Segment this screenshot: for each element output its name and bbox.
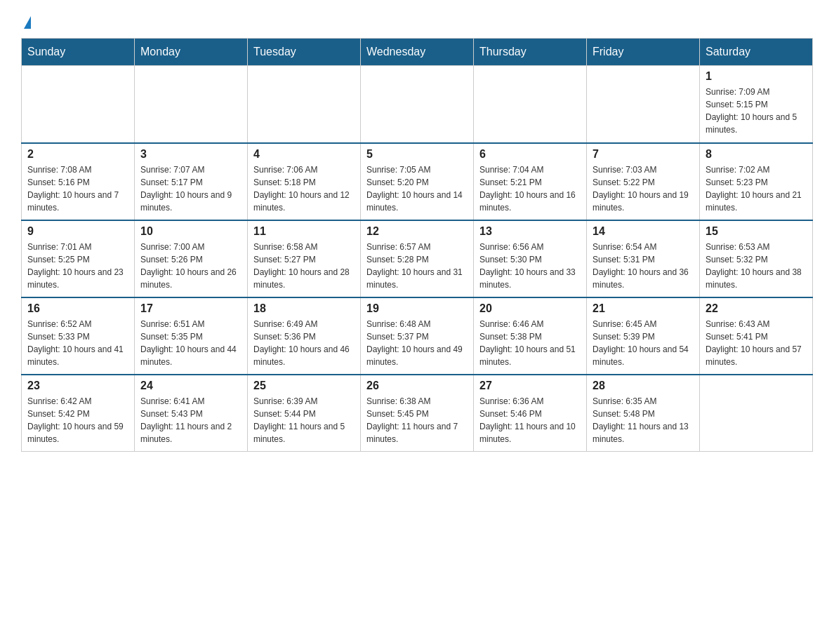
day-info: Sunrise: 6:49 AMSunset: 5:36 PMDaylight:… — [253, 318, 355, 368]
calendar-week-row: 2Sunrise: 7:08 AMSunset: 5:16 PMDaylight… — [22, 143, 813, 220]
day-of-week-header: Sunday — [22, 39, 135, 66]
day-number: 21 — [593, 302, 694, 315]
calendar-week-row: 23Sunrise: 6:42 AMSunset: 5:42 PMDayligh… — [22, 375, 813, 452]
day-info: Sunrise: 7:03 AMSunset: 5:22 PMDaylight:… — [593, 163, 694, 214]
day-number: 25 — [253, 380, 355, 392]
day-info: Sunrise: 6:39 AMSunset: 5:44 PMDaylight:… — [253, 395, 355, 445]
day-number: 12 — [366, 225, 468, 238]
calendar-cell: 23Sunrise: 6:42 AMSunset: 5:42 PMDayligh… — [22, 375, 135, 452]
day-number: 7 — [593, 148, 694, 161]
day-number: 24 — [140, 380, 241, 392]
day-info: Sunrise: 7:04 AMSunset: 5:21 PMDaylight:… — [479, 163, 581, 214]
calendar-cell: 3Sunrise: 7:07 AMSunset: 5:17 PMDaylight… — [135, 143, 248, 220]
calendar-cell: 19Sunrise: 6:48 AMSunset: 5:37 PMDayligh… — [361, 297, 474, 375]
calendar-cell: 15Sunrise: 6:53 AMSunset: 5:32 PMDayligh… — [700, 220, 813, 297]
calendar-cell: 22Sunrise: 6:43 AMSunset: 5:41 PMDayligh… — [700, 297, 813, 375]
day-info: Sunrise: 7:06 AMSunset: 5:18 PMDaylight:… — [253, 163, 355, 214]
day-number: 16 — [27, 302, 128, 315]
day-info: Sunrise: 7:02 AMSunset: 5:23 PMDaylight:… — [706, 163, 807, 214]
calendar-week-row: 1Sunrise: 7:09 AMSunset: 5:15 PMDaylight… — [22, 66, 813, 143]
day-number: 4 — [253, 148, 355, 161]
calendar-cell — [700, 375, 813, 452]
day-info: Sunrise: 6:43 AMSunset: 5:41 PMDaylight:… — [706, 318, 807, 368]
calendar-cell: 20Sunrise: 6:46 AMSunset: 5:38 PMDayligh… — [474, 297, 587, 375]
day-info: Sunrise: 6:45 AMSunset: 5:39 PMDaylight:… — [593, 318, 694, 368]
day-info: Sunrise: 6:51 AMSunset: 5:35 PMDaylight:… — [140, 318, 241, 368]
day-info: Sunrise: 7:05 AMSunset: 5:20 PMDaylight:… — [366, 163, 468, 214]
calendar-cell: 28Sunrise: 6:35 AMSunset: 5:48 PMDayligh… — [587, 375, 700, 452]
calendar-cell: 2Sunrise: 7:08 AMSunset: 5:16 PMDaylight… — [22, 143, 135, 220]
calendar-cell: 17Sunrise: 6:51 AMSunset: 5:35 PMDayligh… — [135, 297, 248, 375]
calendar-cell: 9Sunrise: 7:01 AMSunset: 5:25 PMDaylight… — [22, 220, 135, 297]
day-number: 11 — [253, 225, 355, 238]
calendar-cell: 6Sunrise: 7:04 AMSunset: 5:21 PMDaylight… — [474, 143, 587, 220]
day-number: 23 — [27, 380, 128, 392]
day-number: 18 — [253, 302, 355, 315]
calendar-cell: 26Sunrise: 6:38 AMSunset: 5:45 PMDayligh… — [361, 375, 474, 452]
calendar-cell: 25Sunrise: 6:39 AMSunset: 5:44 PMDayligh… — [248, 375, 361, 452]
calendar-cell: 11Sunrise: 6:58 AMSunset: 5:27 PMDayligh… — [248, 220, 361, 297]
day-info: Sunrise: 6:57 AMSunset: 5:28 PMDaylight:… — [366, 241, 468, 291]
day-info: Sunrise: 6:46 AMSunset: 5:38 PMDaylight:… — [479, 318, 581, 368]
day-info: Sunrise: 7:09 AMSunset: 5:15 PMDaylight:… — [706, 86, 807, 136]
calendar-cell: 7Sunrise: 7:03 AMSunset: 5:22 PMDaylight… — [587, 143, 700, 220]
calendar-cell: 4Sunrise: 7:06 AMSunset: 5:18 PMDaylight… — [248, 143, 361, 220]
calendar-cell: 16Sunrise: 6:52 AMSunset: 5:33 PMDayligh… — [22, 297, 135, 375]
day-info: Sunrise: 6:35 AMSunset: 5:48 PMDaylight:… — [593, 395, 694, 445]
day-info: Sunrise: 6:38 AMSunset: 5:45 PMDaylight:… — [366, 395, 468, 445]
day-info: Sunrise: 6:42 AMSunset: 5:42 PMDaylight:… — [27, 395, 128, 445]
day-info: Sunrise: 6:54 AMSunset: 5:31 PMDaylight:… — [593, 241, 694, 291]
calendar-cell — [361, 66, 474, 143]
day-number: 19 — [366, 302, 468, 315]
day-info: Sunrise: 6:41 AMSunset: 5:43 PMDaylight:… — [140, 395, 241, 445]
day-info: Sunrise: 6:36 AMSunset: 5:46 PMDaylight:… — [479, 395, 581, 445]
day-number: 3 — [140, 148, 241, 161]
calendar-cell: 21Sunrise: 6:45 AMSunset: 5:39 PMDayligh… — [587, 297, 700, 375]
logo-triangle-icon — [24, 16, 31, 29]
calendar-week-row: 16Sunrise: 6:52 AMSunset: 5:33 PMDayligh… — [22, 297, 813, 375]
day-info: Sunrise: 7:01 AMSunset: 5:25 PMDaylight:… — [27, 241, 128, 291]
day-info: Sunrise: 6:52 AMSunset: 5:33 PMDaylight:… — [27, 318, 128, 368]
day-number: 14 — [593, 225, 694, 238]
day-info: Sunrise: 7:07 AMSunset: 5:17 PMDaylight:… — [140, 163, 241, 214]
day-info: Sunrise: 7:08 AMSunset: 5:16 PMDaylight:… — [27, 163, 128, 214]
day-of-week-header: Saturday — [700, 39, 813, 66]
day-number: 22 — [706, 302, 807, 315]
page-header — [21, 14, 813, 31]
calendar-cell: 5Sunrise: 7:05 AMSunset: 5:20 PMDaylight… — [361, 143, 474, 220]
day-number: 27 — [479, 380, 581, 392]
calendar-cell: 12Sunrise: 6:57 AMSunset: 5:28 PMDayligh… — [361, 220, 474, 297]
day-of-week-header: Friday — [587, 39, 700, 66]
day-of-week-header: Wednesday — [361, 39, 474, 66]
day-info: Sunrise: 6:58 AMSunset: 5:27 PMDaylight:… — [253, 241, 355, 291]
calendar-cell: 27Sunrise: 6:36 AMSunset: 5:46 PMDayligh… — [474, 375, 587, 452]
calendar-week-row: 9Sunrise: 7:01 AMSunset: 5:25 PMDaylight… — [22, 220, 813, 297]
day-info: Sunrise: 7:00 AMSunset: 5:26 PMDaylight:… — [140, 241, 241, 291]
day-info: Sunrise: 6:48 AMSunset: 5:37 PMDaylight:… — [366, 318, 468, 368]
day-number: 2 — [27, 148, 128, 161]
logo — [21, 14, 31, 31]
day-number: 6 — [479, 148, 581, 161]
calendar-cell: 8Sunrise: 7:02 AMSunset: 5:23 PMDaylight… — [700, 143, 813, 220]
day-number: 5 — [366, 148, 468, 161]
calendar-table: SundayMondayTuesdayWednesdayThursdayFrid… — [21, 38, 813, 452]
calendar-cell: 13Sunrise: 6:56 AMSunset: 5:30 PMDayligh… — [474, 220, 587, 297]
day-number: 9 — [27, 225, 128, 238]
calendar-cell — [587, 66, 700, 143]
calendar-cell — [135, 66, 248, 143]
calendar-header-row: SundayMondayTuesdayWednesdayThursdayFrid… — [22, 39, 813, 66]
calendar-cell — [248, 66, 361, 143]
calendar-cell: 18Sunrise: 6:49 AMSunset: 5:36 PMDayligh… — [248, 297, 361, 375]
day-number: 15 — [706, 225, 807, 238]
calendar-cell: 10Sunrise: 7:00 AMSunset: 5:26 PMDayligh… — [135, 220, 248, 297]
day-number: 26 — [366, 380, 468, 392]
calendar-cell — [474, 66, 587, 143]
day-info: Sunrise: 6:56 AMSunset: 5:30 PMDaylight:… — [479, 241, 581, 291]
day-number: 8 — [706, 148, 807, 161]
calendar-cell: 1Sunrise: 7:09 AMSunset: 5:15 PMDaylight… — [700, 66, 813, 143]
day-number: 20 — [479, 302, 581, 315]
day-number: 28 — [593, 380, 694, 392]
logo-line1 — [21, 14, 31, 31]
day-of-week-header: Tuesday — [248, 39, 361, 66]
day-number: 13 — [479, 225, 581, 238]
